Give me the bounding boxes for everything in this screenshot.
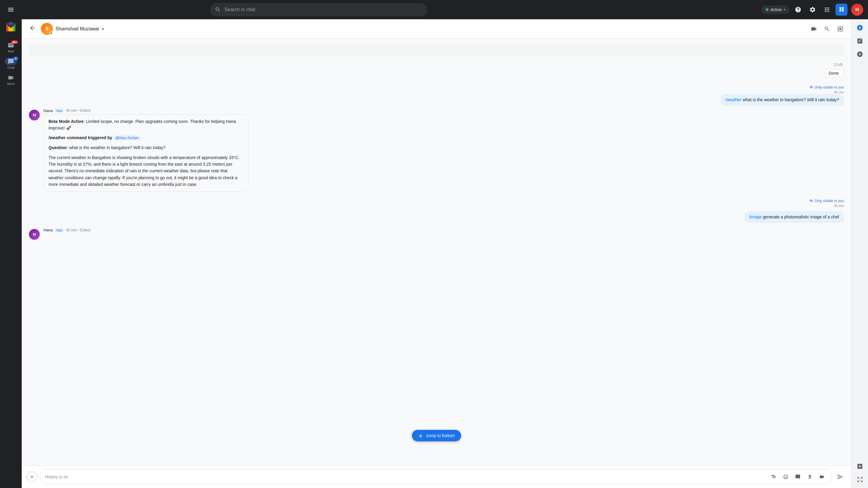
emoji-button[interactable] — [781, 472, 790, 482]
content-area: S Shamshad Muzawar ▾ — [22, 19, 868, 488]
expand-panel-button[interactable] — [854, 474, 866, 486]
video-message-button[interactable] — [817, 472, 827, 482]
jump-to-bottom-button[interactable]: Jump to bottom — [412, 430, 461, 441]
hana-meta-2: 45 min • Edited — [66, 228, 90, 232]
sidebar-item-meet[interactable]: Meet — [0, 72, 22, 88]
app-badge-1: App — [55, 108, 64, 113]
hana-meta-1: 46 min • Edited — [66, 108, 90, 113]
mail-badge: 99+ — [11, 40, 18, 44]
search-bar — [210, 3, 427, 16]
main-area: Active ▾ ℍ H — [22, 0, 868, 488]
gmail-logo — [2, 19, 19, 37]
sent-message-group-1: 👁 Only visible to you 46 min /weather wh… — [29, 84, 844, 106]
beta-mode-text: Beta Mode Active — [49, 119, 84, 124]
video-call-button[interactable] — [808, 23, 820, 35]
done-button[interactable]: Done — [824, 69, 844, 77]
partial-message-container: /image generate a photorealistic image o… — [29, 211, 844, 223]
app-badge-2: App — [55, 228, 64, 232]
avatar-letter: H — [855, 7, 859, 12]
back-button[interactable] — [27, 22, 38, 36]
chat-window: S Shamshad Muzawar ▾ — [22, 19, 851, 488]
msg-time-45: 45 min — [834, 204, 844, 207]
visible-text-1: Only visible to you — [815, 85, 844, 90]
add-attachment-button[interactable]: + — [27, 471, 37, 482]
status-dot — [766, 8, 769, 11]
topbar: Active ▾ ℍ H — [22, 0, 868, 19]
contact-name[interactable]: Shamshad Muzawar — [56, 26, 99, 32]
sent-message-group-2: 👁 Only visible to you 45 min — [29, 198, 844, 207]
tasks-panel-button[interactable] — [854, 35, 866, 47]
add-panel-button[interactable] — [854, 460, 866, 472]
search-icon — [215, 7, 221, 13]
chat-badge: 1 — [13, 57, 18, 60]
nav-archer-tag: @Nav Archer — [114, 135, 141, 140]
question-text: : what is the weather in bangalore? Will… — [67, 145, 166, 150]
status-label: Active — [770, 7, 782, 12]
hana-avatar: H — [29, 110, 40, 121]
left-sidebar: 99+ Mail 1 Chat Meet — [0, 0, 22, 488]
add-icon: + — [30, 474, 34, 481]
sidebar-mail-label: Mail — [8, 50, 14, 53]
weather-body-text: The current weather in Bangalore is show… — [49, 154, 243, 188]
visible-text-2: Only visible to you — [815, 199, 844, 203]
hana-name: Hana — [43, 108, 53, 113]
sent-bubble-1: /weather what is the weather in bangalor… — [721, 94, 844, 106]
sidebar-chat-label: Chat — [7, 66, 14, 69]
search-input[interactable] — [224, 7, 422, 12]
msg-time-46: 46 min — [834, 90, 844, 94]
hana-message-2: H Hana App 45 min • Edited — [29, 228, 844, 240]
sidebar-item-mail[interactable]: 99+ Mail — [0, 39, 22, 56]
chat-header-actions — [808, 23, 846, 35]
eye-icon-2: 👁 — [809, 198, 813, 203]
hana-content-1: Hana App 46 min • Edited Beta Mode Activ… — [43, 108, 844, 192]
popout-button[interactable] — [834, 23, 846, 35]
hana-bubble-1: Beta Mode Active: Limited scope, no char… — [43, 114, 248, 192]
arrow-down-icon — [418, 433, 424, 438]
topbar-right: Active ▾ ℍ H — [761, 4, 863, 16]
image-link: /image — [749, 215, 762, 219]
upload-button[interactable] — [805, 472, 815, 482]
previous-message — [29, 43, 844, 56]
hana-content-2: Hana App 45 min • Edited — [43, 228, 844, 233]
message-input[interactable] — [45, 475, 767, 479]
message-input-wrap — [40, 469, 832, 484]
settings-button[interactable] — [807, 4, 818, 16]
weather-link[interactable]: /weather — [725, 97, 742, 102]
online-indicator — [50, 32, 53, 35]
contacts-panel-button[interactable] — [854, 22, 866, 34]
question-label: Question — [49, 145, 67, 150]
contact-name-chevron[interactable]: ▾ — [102, 27, 104, 31]
hanabi-logo-text: ℍ — [839, 6, 844, 13]
apps-button[interactable] — [821, 4, 833, 16]
status-badge[interactable]: Active ▾ — [761, 5, 789, 14]
weather-command-text: /weather command triggered by — [49, 135, 113, 140]
right-panel — [851, 19, 868, 488]
send-button[interactable] — [834, 471, 846, 483]
hana-message-1: H Hana App 46 min • Edited Beta Mode Act… — [29, 108, 844, 192]
partial-message-row: /image generate a photorealistic image o… — [29, 211, 844, 223]
visible-badge-2: 👁 Only visible to you — [809, 198, 844, 203]
partial-sent-bubble: /image generate a photorealistic image o… — [744, 211, 844, 223]
hana-name-2: Hana — [43, 228, 53, 232]
status-chevron: ▾ — [784, 7, 785, 12]
chat-header: S Shamshad Muzawar ▾ — [22, 19, 851, 38]
meet-panel-button[interactable] — [854, 48, 866, 60]
search-in-chat-button[interactable] — [821, 23, 833, 35]
jump-to-bottom-label: Jump to bottom — [426, 433, 455, 438]
sidebar-item-chat[interactable]: 1 Chat — [0, 56, 22, 72]
menu-icon[interactable] — [4, 2, 18, 18]
sidebar-meet-label: Meet — [7, 82, 14, 86]
user-avatar[interactable]: H — [851, 4, 863, 16]
eye-icon-1: 👁 — [809, 85, 813, 90]
hana-avatar-2: H — [29, 229, 40, 240]
visible-badge-1: 👁 Only visible to you — [809, 85, 844, 90]
sent-msg-text: what is the weather in bangalore? Will i… — [741, 97, 839, 102]
hana-header-2: Hana App 45 min • Edited — [43, 228, 844, 232]
contact-avatar: S — [41, 23, 53, 35]
sticker-button[interactable] — [793, 472, 803, 482]
image-msg-text: generate a photorealistic image of a che… — [762, 215, 839, 219]
help-button[interactable] — [792, 4, 804, 16]
hana-header-1: Hana App 46 min • Edited — [43, 108, 844, 113]
format-text-button[interactable] — [769, 472, 778, 482]
timestamp-1345: 13:45 — [29, 63, 844, 67]
